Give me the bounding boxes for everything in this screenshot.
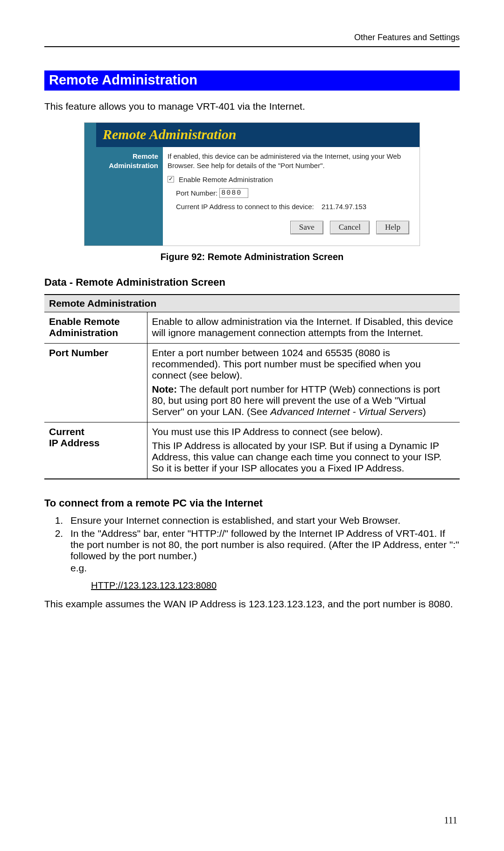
list-item: In the "Address" bar, enter "HTTP://" fo… [66,528,460,574]
port-number-input[interactable]: 8080 [219,188,248,198]
screenshot-banner-title: Remote Administration [96,123,420,147]
table-group-header: Remote Administration [44,295,460,312]
step-text: In the "Address" bar, enter "HTTP://" fo… [70,528,459,561]
connect-steps: Ensure your Internet connection is estab… [44,515,460,574]
enable-checkbox-label: Enable Remote Administration [179,176,273,183]
screenshot-panel: Remote Administration Remote Administrat… [84,122,420,246]
table-row: Enable Remote Administration Enable to a… [44,312,460,343]
table-note: Note: The default port number for HTTP (… [152,384,455,417]
screenshot-sidebar-line2: Administration [109,162,158,169]
enable-checkbox[interactable] [168,176,174,183]
port-number-label: Port Number: [176,189,217,197]
screenshot-sidebar: Remote Administration [84,147,163,246]
table-desc-para: Enter a port number between 1024 and 655… [152,347,455,381]
current-ip-value: 211.74.97.153 [322,203,366,211]
screenshot-sidebar-line1: Remote [133,152,158,160]
note-label: Note: [152,384,177,394]
data-section-heading: Data - Remote Administration Screen [44,276,460,288]
table-term-word2: IP Address [49,437,100,448]
list-item: Ensure your Internet connection is estab… [66,515,460,526]
table-row: Current IP Address You must use this IP … [44,422,460,479]
table-desc: You must use this IP Address to connect … [147,422,460,479]
save-button[interactable]: Save [290,221,323,234]
table-term: Port Number [44,343,147,422]
screenshot-description: If enabled, this device can be administe… [168,152,414,171]
help-button[interactable]: Help [376,221,409,234]
table-desc-para: You must use this IP Address to connect … [152,426,455,437]
table-row: Port Number Enter a port number between … [44,343,460,422]
breadcrumb: Other Features and Settings [44,33,460,47]
table-desc-para: Enable to allow administration via the I… [152,316,455,338]
url-example: HTTP://123.123.123.123:8080 [91,580,460,591]
page-number: 111 [444,815,457,826]
table-term-word1: Current [49,426,84,437]
url-link[interactable]: HTTP://123.123.123.123:8080 [91,580,217,591]
figure-caption: Figure 92: Remote Administration Screen [44,252,460,262]
current-ip-label: Current IP Address to connect to this de… [176,203,314,211]
note-italics: Advanced Internet - Virtual Servers [270,406,422,417]
table-term: Enable Remote Administration [44,312,147,343]
cancel-button[interactable]: Cancel [330,221,370,234]
closing-text: This example assumes the WAN IP Address … [44,598,460,610]
table-desc-para: This IP Address is allocated by your ISP… [152,440,455,474]
step-text: Ensure your Internet connection is estab… [70,515,400,526]
connect-heading: To connect from a remote PC via the Inte… [44,497,460,509]
table-desc: Enable to allow administration via the I… [147,312,460,343]
data-table: Remote Administration Enable Remote Admi… [44,294,460,479]
intro-text: This feature allows you to manage VRT-40… [44,101,460,112]
section-title: Remote Administration [44,70,460,91]
step-eg: e.g. [70,563,460,574]
note-text-after: ) [423,406,426,417]
screenshot-sidebar-strip [84,123,96,147]
table-desc: Enter a port number between 1024 and 655… [147,343,460,422]
table-term: Current IP Address [44,422,147,479]
